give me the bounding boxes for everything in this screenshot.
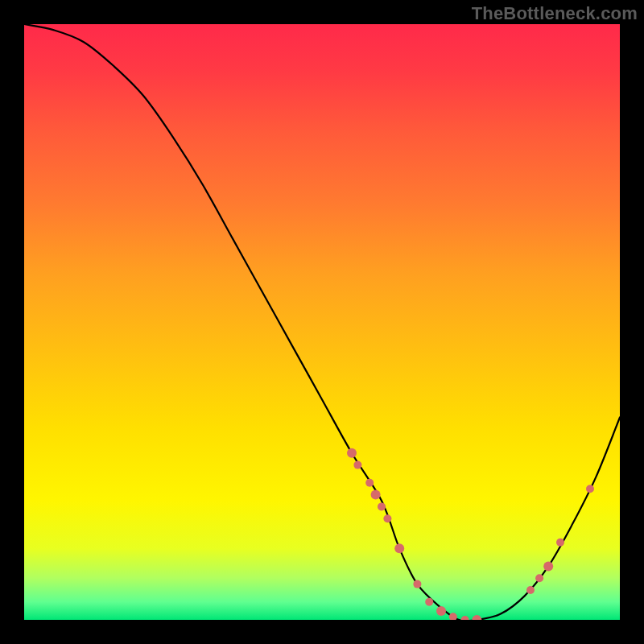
watermark-label: TheBottleneck.com [472,3,638,24]
marker-dot [425,598,433,606]
chart-container: TheBottleneck.com [0,0,644,644]
marker-dot [543,561,553,571]
bottleneck-curve [24,24,620,620]
marker-dot [436,606,446,616]
marker-dot [365,479,374,487]
marker-dot [383,514,391,522]
marker-dot [556,539,564,547]
marker-dot [347,448,357,458]
marker-dot [535,574,543,582]
marker-dot [413,580,421,588]
marker-group [347,448,594,620]
plot-area [24,24,620,620]
marker-dot [472,615,481,620]
chart-svg [24,24,620,620]
marker-dot [586,485,594,493]
marker-dot [461,616,469,620]
marker-dot [394,543,404,553]
marker-dot [371,490,381,500]
marker-dot [378,502,386,510]
marker-dot [526,586,535,594]
marker-dot [449,613,457,620]
marker-dot [353,461,361,469]
